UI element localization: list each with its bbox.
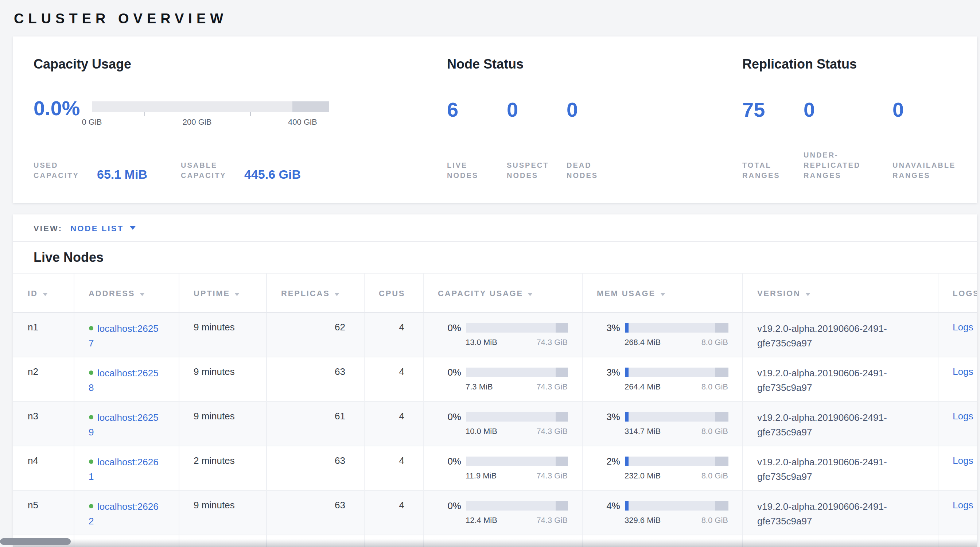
live-status-icon — [89, 460, 93, 464]
total-ranges-label: TOTAL RANGES — [742, 161, 789, 181]
bar-endcap — [555, 501, 568, 510]
mem-usage-cell: 3% 268.4 MiB8.0 GiB — [582, 313, 742, 357]
node-address-cell: localhost:26257 — [74, 313, 179, 357]
bar-fill — [625, 412, 628, 421]
node-id-cell: n5 — [13, 490, 74, 535]
used-capacity-value: 65.1 MiB — [97, 169, 147, 181]
capacity-used-value: 12.4 MiB — [466, 516, 497, 525]
suspect-nodes-stat: 0 SUSPECT NODES — [507, 99, 566, 181]
column-header-replicas[interactable]: REPLICAS — [266, 273, 364, 313]
logs-link[interactable]: Logs — [953, 410, 973, 421]
mem-usage-cell: 3% 314.7 MiB8.0 GiB — [582, 401, 742, 446]
axis-label: 200 GiB — [183, 118, 212, 126]
total-ranges-count: 75 — [742, 99, 803, 121]
sort-icon — [806, 293, 810, 296]
unavailable-ranges-stat: 0 UNAVAILABLE RANGES — [892, 99, 959, 181]
capacity-mini-bar — [466, 367, 568, 377]
replication-status-section: Replication Status 75 TOTAL RANGES 0 UND… — [742, 56, 977, 181]
column-header-address[interactable]: ADDRESS — [74, 273, 179, 313]
capacity-mini-bar — [466, 456, 568, 466]
logs-link[interactable]: Logs — [953, 366, 973, 377]
capacity-total-value: 74.3 GiB — [536, 382, 568, 391]
column-header-cpus[interactable]: CPUS — [364, 273, 423, 313]
capacity-total-value: 74.3 GiB — [536, 338, 568, 347]
bar-endcap — [716, 501, 728, 510]
mem-percent: 3% — [595, 411, 620, 422]
mem-usage-cell: 2% 232.0 MiB8.0 GiB — [582, 446, 742, 490]
uptime-cell: 9 minutes — [179, 313, 266, 357]
node-id-cell: n1 — [13, 313, 74, 357]
capacity-usage-cell: 0% 11.9 MiB74.3 GiB — [423, 446, 582, 490]
mem-used-value: 314.7 MiB — [625, 427, 660, 436]
version-cell: v19.2.0-alpha.20190606-2491-gfe735c9a97 — [742, 357, 938, 401]
view-label: VIEW: — [33, 224, 62, 232]
node-row: n2 localhost:26258 9 minutes 63 4 0% 7.3… — [13, 357, 977, 401]
cpus-cell: 4 — [364, 357, 423, 401]
node-address-link[interactable]: localhost:26261 — [89, 456, 159, 482]
column-header-uptime[interactable]: UPTIME — [179, 273, 266, 313]
node-row: n5 localhost:26262 9 minutes 63 4 0% 12.… — [13, 490, 977, 535]
sort-icon — [140, 293, 145, 296]
cluster-overview-page: CLUSTER OVERVIEW Capacity Usage 0.0% 0 — [0, 0, 980, 547]
cpus-cell: 4 — [364, 490, 423, 535]
mem-total-value: 8.0 GiB — [702, 471, 728, 480]
replicas-cell: 62 — [266, 313, 364, 357]
logs-link[interactable]: Logs — [953, 455, 973, 466]
live-status-icon — [89, 415, 93, 419]
node-address-cell: localhost:26262 — [74, 490, 179, 535]
column-header-mem-usage[interactable]: MEM USAGE — [582, 273, 742, 313]
node-id-cell: n3 — [13, 401, 74, 446]
used-capacity-label: USED CAPACITY — [33, 161, 91, 181]
live-nodes-count: 6 — [447, 99, 507, 121]
cpus-cell: 4 — [364, 446, 423, 490]
uptime-cell: 9 minutes — [179, 490, 266, 535]
bar-fill — [625, 323, 628, 332]
mem-usage-cell: 4% 329.6 MiB8.0 GiB — [582, 490, 742, 535]
version-cell: v19.2.0-alpha.20190606-2491-gfe735c9a97 — [742, 490, 938, 535]
capacity-bar-ticks — [92, 112, 329, 117]
tick-mark — [145, 112, 145, 116]
sort-icon — [528, 293, 533, 296]
capacity-bar-chart: 0 GiB 200 GiB 400 GiB — [92, 98, 329, 128]
replicas-cell: 61 — [266, 401, 364, 446]
unavailable-count: 0 — [892, 99, 959, 121]
capacity-percent: 0% — [436, 411, 461, 422]
mem-percent: 4% — [595, 500, 620, 511]
mem-usage-cell: 3% 264.4 MiB8.0 GiB — [582, 357, 742, 401]
horizontal-scrollbar-thumb[interactable] — [0, 538, 71, 545]
capacity-bar-endcap — [292, 102, 329, 112]
live-nodes-title: Live Nodes — [33, 249, 957, 266]
node-row: n1 localhost:26257 9 minutes 62 4 0% 13.… — [13, 313, 977, 357]
capacity-usage-cell: 0% 13.0 MiB74.3 GiB — [423, 313, 582, 357]
column-header-id[interactable]: ID — [13, 273, 74, 313]
version-cell: v19.2.0-alpha.20190606-2491-gfe735c9a97 — [742, 313, 938, 357]
mem-mini-bar — [625, 367, 728, 377]
node-address-link[interactable]: localhost:26262 — [89, 501, 159, 526]
column-header-capacity-usage[interactable]: CAPACITY USAGE — [423, 273, 582, 313]
mem-percent: 3% — [595, 367, 620, 378]
live-status-icon — [89, 504, 93, 508]
node-address-link[interactable]: localhost:26259 — [89, 412, 159, 437]
view-selector-bar: VIEW: NODE LIST — [13, 215, 977, 242]
mem-mini-bar — [625, 456, 728, 466]
capacity-usage-cell: 0% 12.4 MiB74.3 GiB — [423, 490, 582, 535]
bar-fill — [625, 501, 628, 510]
node-address-cell: localhost:26261 — [74, 446, 179, 490]
node-address-link[interactable]: localhost:26258 — [89, 367, 159, 393]
logs-link[interactable]: Logs — [953, 499, 973, 510]
capacity-total-value: 74.3 GiB — [536, 471, 568, 480]
bar-endcap — [716, 323, 728, 332]
suspect-nodes-label: SUSPECT NODES — [507, 161, 554, 181]
logs-link[interactable]: Logs — [953, 322, 973, 332]
cpus-cell: 4 — [364, 313, 423, 357]
sort-icon — [335, 293, 339, 296]
node-id-cell: n2 — [13, 357, 74, 401]
mem-used-value: 232.0 MiB — [625, 471, 660, 480]
column-header-version[interactable]: VERSION — [742, 273, 938, 313]
node-address-link[interactable]: localhost:26257 — [89, 323, 159, 348]
node-row: n3 localhost:26259 9 minutes 61 4 0% 10.… — [13, 401, 977, 446]
capacity-mini-bar — [466, 323, 568, 332]
logs-cell: Logs — [938, 357, 977, 401]
used-capacity-stat: USED CAPACITY 65.1 MiB — [33, 161, 147, 181]
view-dropdown[interactable]: NODE LIST — [70, 224, 135, 232]
